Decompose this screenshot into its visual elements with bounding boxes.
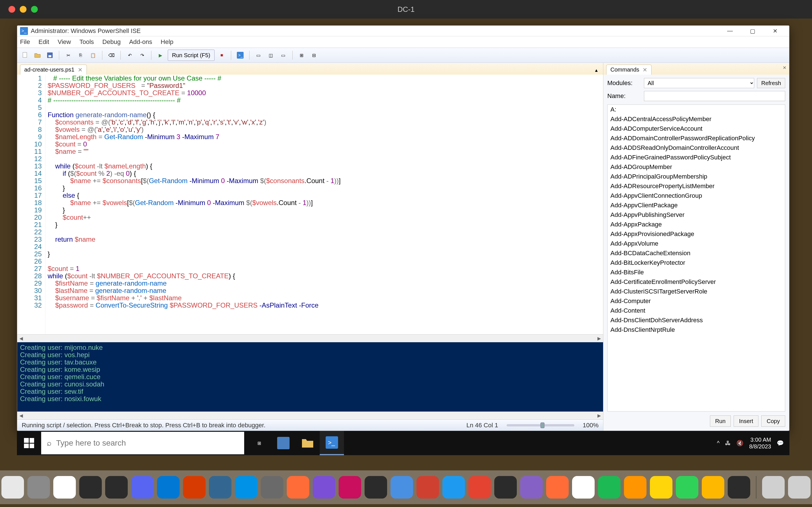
show-addon-icon[interactable]: ⊟ [309, 50, 319, 60]
command-list-item[interactable]: Add-DnsClientDohServerAddress [608, 316, 785, 325]
save-icon[interactable] [45, 50, 55, 60]
layout-1-icon[interactable]: ▭ [253, 50, 264, 60]
dock-chrome-icon[interactable] [53, 476, 76, 499]
mac-minimize-button[interactable] [20, 6, 27, 13]
dock-visualstudio-icon[interactable] [520, 476, 543, 499]
menu-tools[interactable]: Tools [80, 38, 94, 46]
insert-command-button[interactable]: Insert [733, 415, 758, 427]
dock-discord-icon[interactable] [131, 476, 154, 499]
command-list-item[interactable]: Add-AppxVolume [608, 239, 785, 248]
dock-mamp-icon[interactable] [261, 476, 283, 499]
dock-messages-icon[interactable] [676, 476, 698, 499]
dock-iterm-icon[interactable] [728, 476, 750, 499]
dock-office-icon[interactable] [183, 476, 206, 499]
maximize-button[interactable]: ▢ [741, 25, 764, 36]
new-file-icon[interactable] [20, 50, 30, 60]
commands-tab-close-icon[interactable]: ✕ [643, 66, 647, 73]
scroll-up-icon[interactable]: ▲ [592, 66, 600, 75]
ise-titlebar[interactable]: >_ Administrator: Windows PowerShell ISE… [17, 25, 789, 36]
cut-icon[interactable]: ✂ [63, 50, 73, 60]
dock-downloads-icon[interactable] [762, 476, 784, 499]
show-command-icon[interactable]: ⊞ [297, 50, 307, 60]
name-filter-input[interactable] [644, 91, 785, 101]
volume-icon[interactable]: 🔇 [737, 440, 744, 446]
command-list-item[interactable]: Add-ADPrincipalGroupMembership [608, 172, 785, 181]
dock-terminal-icon[interactable] [105, 476, 128, 499]
command-list-item[interactable]: Add-ADCentralAccessPolicyMember [608, 114, 785, 124]
dock-obs-icon[interactable] [494, 476, 517, 499]
dock-figma-icon[interactable] [79, 476, 102, 499]
dock-settings-icon[interactable] [28, 476, 50, 499]
menu-help[interactable]: Help [161, 38, 173, 46]
command-list-item[interactable]: Add-AppvClientConnectionGroup [608, 191, 785, 201]
dock-phpstorm-icon[interactable] [313, 476, 335, 499]
command-list-item[interactable]: Add-ClusteriSCSITargetServerRole [608, 287, 785, 296]
start-button[interactable] [17, 431, 41, 455]
dock-docker-icon[interactable] [235, 476, 257, 499]
panel-close-icon[interactable]: ✕ [783, 65, 786, 70]
menu-addons[interactable]: Add-ons [129, 38, 152, 46]
command-list-item[interactable]: Add-AppvClientPackage [608, 201, 785, 210]
command-list-item[interactable]: Add-DnsClientNrptRule [608, 325, 785, 335]
command-list-item[interactable]: Add-CertificateEnrollmentPolicyServer [608, 277, 785, 287]
command-list-item[interactable]: Add-Computer [608, 296, 785, 306]
commands-list[interactable]: A:Add-ADCentralAccessPolicyMemberAdd-ADC… [607, 105, 785, 411]
editor-tab[interactable]: ad-create-users.ps1 ✕ [20, 64, 87, 75]
modules-select[interactable]: All [644, 78, 754, 88]
command-list-item[interactable]: Add-BitLockerKeyProtector [608, 258, 785, 268]
taskbar-search[interactable]: ⌕ [41, 432, 244, 454]
undo-icon[interactable]: ↶ [124, 50, 135, 60]
clear-icon[interactable]: ⌫ [106, 50, 116, 60]
copy-command-button[interactable]: Copy [761, 415, 785, 427]
code-editor[interactable]: 1234567891011121314151617181920212223242… [17, 75, 603, 334]
dock-mongodb-icon[interactable] [572, 476, 595, 499]
search-input[interactable] [56, 439, 239, 448]
redo-icon[interactable]: ↷ [137, 50, 147, 60]
mac-close-button[interactable] [8, 6, 15, 13]
command-list-item[interactable]: Add-ADDSReadOnlyDomainControllerAccount [608, 143, 785, 153]
server-manager-icon[interactable] [271, 431, 296, 455]
command-list-item[interactable]: Add-Content [608, 306, 785, 316]
run-icon[interactable]: ▶ [155, 50, 165, 60]
command-list-item[interactable]: Add-ADResourcePropertyListMember [608, 181, 785, 191]
command-list-item[interactable]: Add-BitsFile [608, 268, 785, 277]
network-icon[interactable]: 🖧 [725, 440, 731, 446]
notifications-icon[interactable]: 💬 [777, 440, 784, 446]
explorer-icon[interactable] [296, 431, 320, 455]
dock-remotedesktop-icon[interactable] [416, 476, 439, 499]
remote-ps-icon[interactable]: >_ [235, 50, 245, 60]
tray-chevron-icon[interactable]: ^ [717, 440, 719, 446]
open-file-icon[interactable] [33, 50, 43, 60]
mac-fullscreen-button[interactable] [31, 6, 38, 13]
menu-view[interactable]: View [57, 38, 71, 46]
command-list-item[interactable]: Add-BCDataCacheExtension [608, 248, 785, 258]
tray-clock[interactable]: 3:00 AM 8/8/2023 [749, 436, 771, 450]
stop-icon[interactable]: ■ [217, 50, 227, 60]
task-view-icon[interactable]: ⊞ [247, 431, 271, 455]
command-list-item[interactable]: Add-AppxProvisionedPackage [608, 229, 785, 239]
menu-debug[interactable]: Debug [102, 38, 121, 46]
system-tray[interactable]: ^ 🖧 🔇 3:00 AM 8/8/2023 💬 [711, 436, 790, 450]
run-script-button[interactable]: Run Script (F5) [168, 50, 214, 61]
console-pane[interactable]: Creating user: mijomo.nukeCreating user:… [17, 342, 603, 411]
command-list-item[interactable]: Add-ADGroupMember [608, 162, 785, 172]
dock-documents-icon[interactable] [788, 476, 811, 499]
layout-2-icon[interactable]: ◫ [266, 50, 276, 60]
dock-spotify-icon[interactable] [598, 476, 620, 499]
close-button[interactable]: ✕ [764, 25, 786, 36]
dock-postman-icon[interactable] [287, 476, 309, 499]
dock-rectangle-icon[interactable] [391, 476, 413, 499]
paste-icon[interactable]: 📋 [88, 50, 98, 60]
command-list-item[interactable]: Add-ADComputerServiceAccount [608, 124, 785, 133]
command-list-item[interactable]: Add-ADFineGrainedPasswordPolicySubject [608, 153, 785, 162]
minimize-button[interactable]: — [719, 25, 741, 36]
tab-close-icon[interactable]: ✕ [78, 66, 83, 73]
menu-file[interactable]: File [20, 38, 30, 46]
refresh-button[interactable]: Refresh [757, 78, 785, 88]
run-command-button[interactable]: Run [710, 415, 731, 427]
dock-notes-icon[interactable] [650, 476, 672, 499]
dock-postgres-icon[interactable] [209, 476, 232, 499]
dock-safari-icon[interactable] [442, 476, 465, 499]
command-list-item[interactable]: A: [608, 105, 785, 114]
dock-todoist-icon[interactable] [468, 476, 491, 499]
